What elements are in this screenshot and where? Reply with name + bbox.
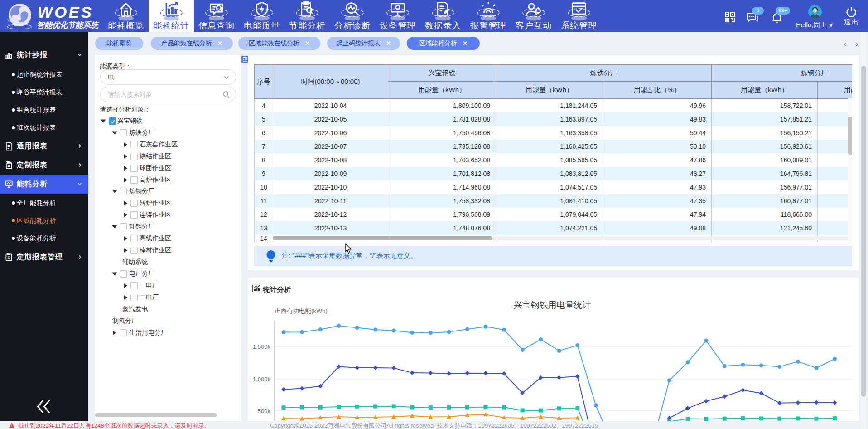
svg-text:1,000k: 1,000k: [253, 376, 271, 383]
svg-text:正向有功电能(kWh): 正向有功电能(kWh): [275, 307, 328, 314]
svg-text:500k: 500k: [258, 408, 271, 414]
svg-text:兴宝钢铁用电量统计: 兴宝钢铁用电量统计: [514, 300, 591, 310]
svg-text:1,500k: 1,500k: [253, 343, 271, 350]
